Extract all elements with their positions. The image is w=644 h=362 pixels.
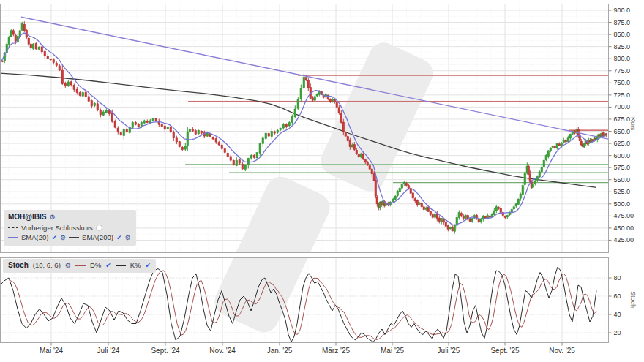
chart-canvas[interactable]: 900.0875.0850.0825.0800.0775.0750.0725.0… [0,0,644,362]
gridlines [1,4,609,343]
prev-close-toggle[interactable] [96,225,102,231]
svg-text:575.0: 575.0 [614,164,631,171]
sma200-settings-icon[interactable]: ⚙ [124,235,130,241]
svg-text:Mai '24: Mai '24 [40,347,63,355]
svg-text:60: 60 [614,293,621,300]
stoch-k-checkbox[interactable]: ✔ [146,263,151,269]
instrument-settings-icon[interactable]: ⚙ [50,214,56,221]
stoch-title: Stoch [8,260,29,271]
sma20-settings-icon[interactable]: ⚙ [60,235,66,241]
prev-close-label: Vorheriger Schlusskurs [21,223,93,233]
legend-sma-row: SMA(20) ✔ ⚙ SMA(200) ✔ ⚙ [8,233,131,243]
legend-instrument-row[interactable]: MOH@IBIS ⚙ [8,212,131,223]
svg-text:Sept. '24: Sept. '24 [151,347,180,355]
stoch-d-line-sample [75,265,86,266]
svg-text:20: 20 [614,329,621,336]
stoch-d-label: D% [90,260,101,271]
svg-text:425.00: 425.00 [614,236,634,244]
sma20-label: SMA(20) [21,233,48,243]
svg-text:Mai '25: Mai '25 [381,347,404,355]
svg-text:650.0: 650.0 [614,128,631,135]
svg-text:Sept. '25: Sept. '25 [490,347,520,355]
stoch-settings-icon[interactable]: ⚙ [65,263,71,269]
svg-text:600.0: 600.0 [614,152,631,159]
svg-text:80: 80 [614,274,621,282]
svg-text:Nov. '24: Nov. '24 [209,347,236,355]
sma200-label: SMA(200) [82,233,113,243]
prev-close-line-sample [8,227,18,228]
svg-text:525.0: 525.0 [614,188,631,195]
stoch-k-line-sample [116,265,126,266]
svg-text:450.00: 450.00 [614,225,634,232]
x-axis-labels: Mai '24Juli '24Sept. '24Nov. '24Jan. '25… [40,343,575,355]
svg-text:Juli '25: Juli '25 [438,347,460,355]
svg-text:725.0: 725.0 [614,91,631,99]
svg-text:40: 40 [614,311,621,318]
svg-text:675.0: 675.0 [614,116,631,123]
sma20-line-sample [8,237,18,238]
svg-text:625.0: 625.0 [614,140,631,147]
stoch-axis-labels: 80604020 [609,274,621,336]
svg-text:850.0: 850.0 [614,31,631,38]
instrument-title: MOH@IBIS [8,212,47,223]
sma200-line[interactable] [0,73,596,187]
svg-text:875.0: 875.0 [614,19,631,26]
svg-text:900.0: 900.0 [614,7,631,14]
svg-text:475.00: 475.00 [614,212,634,219]
sma200-line-sample [69,237,79,238]
sma200-checkbox[interactable]: ✔ [116,235,122,241]
svg-text:Jan. '25: Jan. '25 [267,347,293,355]
svg-text:500.0: 500.0 [614,200,631,208]
svg-text:März '25: März '25 [322,347,350,355]
chart-window: 900.0875.0850.0825.0800.0775.0750.0725.0… [0,0,644,362]
main-chart-legend: MOH@IBIS ⚙ Vorheriger Schlusskurs SMA(20… [4,210,136,246]
stoch-params: (10, 6, 6) [33,260,61,271]
svg-text:Juli '24: Juli '24 [97,347,120,355]
stoch-axis-title: Stoch [629,291,637,308]
svg-text:Nov. '25: Nov. '25 [549,347,575,355]
sma20-checkbox[interactable]: ✔ [51,235,57,241]
stoch-legend: Stoch (10, 6, 6) ⚙ D% ✔ K% ✔ [3,259,156,273]
svg-text:775.0: 775.0 [614,67,631,75]
price-axis-title: Kurs [629,117,637,131]
svg-text:825.0: 825.0 [614,43,631,50]
svg-text:750.0: 750.0 [614,79,631,86]
svg-text:550.0: 550.0 [614,176,631,184]
stoch-d-checkbox[interactable]: ✔ [105,263,111,269]
svg-text:700.0: 700.0 [614,103,631,110]
stoch-k-label: K% [130,260,141,271]
svg-text:800.0: 800.0 [614,55,631,62]
legend-prev-close-row[interactable]: Vorheriger Schlusskurs [8,223,131,233]
